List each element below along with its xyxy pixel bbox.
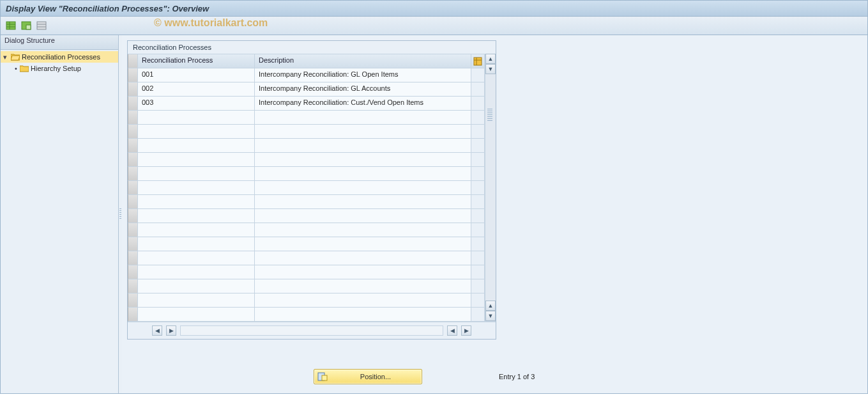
col-header-description[interactable]: Description [254,54,471,68]
cell-process[interactable] [137,279,254,293]
table-row-empty[interactable] [128,181,484,195]
cell-description[interactable]: Intercompany Reconciliation: Cust./Vend … [254,97,471,111]
table-row-empty[interactable] [128,153,484,167]
table-row-empty[interactable] [128,209,484,223]
cell-description[interactable] [254,153,471,167]
cell-description[interactable] [254,167,471,181]
dialog-structure-sidebar: Dialog Structure ▾ Reconciliation Proces… [1,35,119,393]
vertical-scrollbar[interactable]: ▲ ▼ ▲ ▼ [485,54,496,322]
cell-process[interactable] [137,111,254,125]
row-selector[interactable] [128,181,137,195]
row-selector[interactable] [128,111,137,125]
toolbar-btn-2[interactable] [20,20,33,31]
cell-process[interactable] [137,237,254,251]
cell-description[interactable] [254,251,471,265]
scroll-right-button-2[interactable]: ▶ [461,325,471,336]
cell-process[interactable]: 003 [137,97,254,111]
table-row-empty[interactable] [128,223,484,237]
row-selector[interactable] [128,68,137,82]
table-settings-icon [473,57,482,66]
row-selector[interactable] [128,265,137,279]
row-selector[interactable] [128,293,137,308]
table-row-empty[interactable] [128,265,484,279]
cell-process[interactable] [137,195,254,209]
configure-columns-button[interactable] [471,54,484,68]
row-selector[interactable] [128,251,137,265]
row-selector[interactable] [128,82,137,97]
grid-corner[interactable] [128,54,137,68]
table-row-empty[interactable] [128,308,484,322]
row-selector[interactable] [128,223,137,237]
row-selector[interactable] [128,195,137,209]
scroll-left-button-2[interactable]: ◀ [447,325,457,336]
folder-icon [20,65,29,72]
col-header-process[interactable]: Reconciliation Process [137,54,254,68]
cell-process[interactable] [137,308,254,322]
table-row-empty[interactable] [128,251,484,265]
cell-description[interactable] [254,223,471,237]
table-row-empty[interactable] [128,111,484,125]
scroll-up-button-2[interactable]: ▲ [485,301,496,311]
svg-rect-5 [26,25,31,29]
cell-process[interactable] [137,265,254,279]
table-row-empty[interactable] [128,279,484,293]
table-row-empty[interactable] [128,195,484,209]
cell-description[interactable]: Intercompany Reconciliation: GL Accounts [254,82,471,97]
cell-description[interactable] [254,265,471,279]
scroll-right-button[interactable]: ▶ [166,325,176,336]
table-row-empty[interactable] [128,167,484,181]
cell-process[interactable] [137,153,254,167]
row-selector[interactable] [128,125,137,139]
row-selector[interactable] [128,209,137,223]
table-row[interactable]: 001Intercompany Reconciliation: GL Open … [128,68,484,82]
cell-process[interactable]: 001 [137,68,254,82]
cell-process[interactable]: 002 [137,82,254,97]
position-button-label: Position... [332,373,419,380]
reconciliation-grid: Reconciliation Process Description 001In… [128,54,485,322]
cell-process[interactable] [137,209,254,223]
table-row-empty[interactable] [128,237,484,251]
cell-process[interactable] [137,125,254,139]
cell-description[interactable] [254,125,471,139]
scroll-left-button[interactable]: ◀ [152,325,162,336]
tree-toggle-icon[interactable]: ▾ [3,53,10,61]
cell-process[interactable] [137,139,254,153]
cell-description[interactable] [254,195,471,209]
scroll-down-button[interactable]: ▼ [485,64,496,74]
row-selector[interactable] [128,139,137,153]
cell-process[interactable] [137,223,254,237]
table-row[interactable]: 002Intercompany Reconciliation: GL Accou… [128,82,484,97]
toolbar-btn-1[interactable] [4,20,17,31]
table-row-empty[interactable] [128,293,484,308]
cell-process[interactable] [137,251,254,265]
cell-description[interactable] [254,181,471,195]
row-selector[interactable] [128,153,137,167]
scroll-up-button[interactable]: ▲ [485,54,496,64]
row-selector[interactable] [128,237,137,251]
row-selector[interactable] [128,308,137,322]
cell-process[interactable] [137,167,254,181]
cell-description[interactable] [254,293,471,308]
cell-description[interactable] [254,111,471,125]
row-selector[interactable] [128,279,137,293]
cell-pad [471,111,484,125]
cell-description[interactable] [254,308,471,322]
h-scroll-track[interactable] [180,325,443,336]
cell-description[interactable] [254,237,471,251]
row-selector[interactable] [128,167,137,181]
cell-process[interactable] [137,181,254,195]
cell-process[interactable] [137,293,254,308]
toolbar-btn-3[interactable] [35,20,48,31]
cell-description[interactable] [254,209,471,223]
tree-node-hierarchy-setup[interactable]: • Hierarchy Setup [1,63,118,74]
table-row-empty[interactable] [128,139,484,153]
cell-description[interactable]: Intercompany Reconciliation: GL Open Ite… [254,68,471,82]
scroll-down-button-2[interactable]: ▼ [485,311,496,321]
table-row-empty[interactable] [128,125,484,139]
tree-node-reconciliation-processes[interactable]: ▾ Reconciliation Processes [1,51,118,63]
cell-description[interactable] [254,139,471,153]
row-selector[interactable] [128,97,137,111]
cell-description[interactable] [254,279,471,293]
table-row[interactable]: 003Intercompany Reconciliation: Cust./Ve… [128,97,484,111]
position-button[interactable]: Position... [314,369,422,384]
